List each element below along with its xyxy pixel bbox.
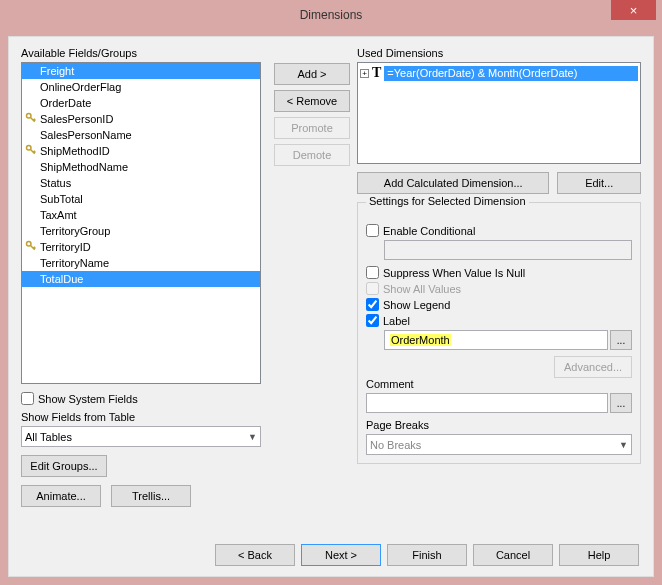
list-item-label: TotalDue <box>40 273 83 285</box>
close-button[interactable]: × <box>611 0 656 20</box>
titlebar: Dimensions × <box>0 0 662 30</box>
chevron-down-icon: ▼ <box>248 432 257 442</box>
enable-conditional-input[interactable] <box>366 224 379 237</box>
remove-button[interactable]: < Remove <box>274 90 350 112</box>
label-input[interactable] <box>366 314 379 327</box>
text-icon: T <box>372 65 381 81</box>
show-all-values-input <box>366 282 379 295</box>
transfer-buttons: Add > < Remove Promote Demote <box>274 63 354 171</box>
next-button[interactable]: Next > <box>301 544 381 566</box>
list-item[interactable]: OnlineOrderFlag <box>22 79 260 95</box>
list-item-label: OnlineOrderFlag <box>40 81 121 93</box>
list-item[interactable]: OrderDate <box>22 95 260 111</box>
back-button[interactable]: < Back <box>215 544 295 566</box>
available-fields-panel: Available Fields/Groups FreightOnlineOrd… <box>21 47 261 507</box>
list-item[interactable]: Status <box>22 175 260 191</box>
comment-input[interactable] <box>366 393 608 413</box>
list-item[interactable]: TerritoryGroup <box>22 223 260 239</box>
list-item[interactable]: Freight <box>22 63 260 79</box>
available-fields-label: Available Fields/Groups <box>21 47 261 59</box>
show-system-fields-checkbox[interactable]: Show System Fields <box>21 392 261 405</box>
show-system-fields-input[interactable] <box>21 392 34 405</box>
show-all-values-checkbox: Show All Values <box>366 282 632 295</box>
list-item[interactable]: TerritoryName <box>22 255 260 271</box>
window-title: Dimensions <box>300 8 363 22</box>
trellis-button[interactable]: Trellis... <box>111 485 191 507</box>
used-dimensions-panel: Used Dimensions + T =Year(OrderDate) & M… <box>357 47 641 464</box>
enable-conditional-label: Enable Conditional <box>383 225 475 237</box>
used-dimensions-list[interactable]: + T =Year(OrderDate) & Month(OrderDate) <box>357 62 641 164</box>
page-breaks-value: No Breaks <box>370 439 421 451</box>
show-legend-label: Show Legend <box>383 299 450 311</box>
label-value-input[interactable]: OrderMonth <box>384 330 608 350</box>
list-item[interactable]: SubTotal <box>22 191 260 207</box>
label-checkbox[interactable]: Label <box>366 314 632 327</box>
label-browse-button[interactable]: ... <box>610 330 632 350</box>
page-breaks-label: Page Breaks <box>366 419 632 431</box>
add-calculated-button[interactable]: Add Calculated Dimension... <box>357 172 549 194</box>
label-value-text: OrderMonth <box>390 334 451 346</box>
edit-dimension-button[interactable]: Edit... <box>557 172 641 194</box>
show-fields-table-select[interactable]: All Tables ▼ <box>21 426 261 447</box>
finish-button[interactable]: Finish <box>387 544 467 566</box>
dialog-window: Dimensions × Available Fields/Groups Fre… <box>0 0 662 585</box>
key-icon <box>25 112 37 127</box>
list-item-label: TerritoryGroup <box>40 225 110 237</box>
suppress-null-checkbox[interactable]: Suppress When Value Is Null <box>366 266 632 279</box>
settings-group: Settings for Selected Dimension Enable C… <box>357 202 641 464</box>
help-button[interactable]: Help <box>559 544 639 566</box>
used-dimension-expression: =Year(OrderDate) & Month(OrderDate) <box>384 66 638 81</box>
enable-conditional-checkbox[interactable]: Enable Conditional <box>366 224 632 237</box>
list-item[interactable]: ShipMethodName <box>22 159 260 175</box>
list-item-label: ShipMethodID <box>40 145 110 157</box>
list-item-label: OrderDate <box>40 97 91 109</box>
list-item[interactable]: TaxAmt <box>22 207 260 223</box>
suppress-null-label: Suppress When Value Is Null <box>383 267 525 279</box>
label-checkbox-text: Label <box>383 315 410 327</box>
show-fields-table-value: All Tables <box>25 431 72 443</box>
list-item-label: Freight <box>40 65 74 77</box>
chevron-down-icon: ▼ <box>619 440 628 450</box>
available-fields-list[interactable]: FreightOnlineOrderFlagOrderDateSalesPers… <box>21 62 261 384</box>
used-dimensions-label: Used Dimensions <box>357 47 641 59</box>
list-item-label: ShipMethodName <box>40 161 128 173</box>
show-system-fields-label: Show System Fields <box>38 393 138 405</box>
expand-icon[interactable]: + <box>360 69 369 78</box>
key-icon <box>25 144 37 159</box>
list-item[interactable]: TotalDue <box>22 271 260 287</box>
promote-button: Promote <box>274 117 350 139</box>
settings-group-title: Settings for Selected Dimension <box>366 195 529 207</box>
list-item-label: TerritoryName <box>40 257 109 269</box>
list-item[interactable]: TerritoryID <box>22 239 260 255</box>
list-item-label: SubTotal <box>40 193 83 205</box>
dialog-body: Available Fields/Groups FreightOnlineOrd… <box>8 36 654 577</box>
edit-groups-button[interactable]: Edit Groups... <box>21 455 107 477</box>
list-item-label: Status <box>40 177 71 189</box>
show-legend-checkbox[interactable]: Show Legend <box>366 298 632 311</box>
list-item-label: TerritoryID <box>40 241 91 253</box>
list-item-label: SalesPersonID <box>40 113 113 125</box>
show-legend-input[interactable] <box>366 298 379 311</box>
cancel-button[interactable]: Cancel <box>473 544 553 566</box>
comment-label: Comment <box>366 378 632 390</box>
close-icon: × <box>630 3 638 18</box>
key-icon <box>25 240 37 255</box>
conditional-expression-input <box>384 240 632 260</box>
show-fields-table-label: Show Fields from Table <box>21 411 261 423</box>
list-item-label: SalesPersonName <box>40 129 132 141</box>
show-all-values-label: Show All Values <box>383 283 461 295</box>
list-item[interactable]: ShipMethodID <box>22 143 260 159</box>
used-dimension-item[interactable]: + T =Year(OrderDate) & Month(OrderDate) <box>360 65 638 81</box>
list-item[interactable]: SalesPersonID <box>22 111 260 127</box>
add-button[interactable]: Add > <box>274 63 350 85</box>
list-item[interactable]: SalesPersonName <box>22 127 260 143</box>
list-item-label: TaxAmt <box>40 209 77 221</box>
page-breaks-select: No Breaks ▼ <box>366 434 632 455</box>
comment-browse-button[interactable]: ... <box>610 393 632 413</box>
demote-button: Demote <box>274 144 350 166</box>
suppress-null-input[interactable] <box>366 266 379 279</box>
advanced-button: Advanced... <box>554 356 632 378</box>
animate-button[interactable]: Animate... <box>21 485 101 507</box>
wizard-footer: < Back Next > Finish Cancel Help <box>215 544 639 566</box>
